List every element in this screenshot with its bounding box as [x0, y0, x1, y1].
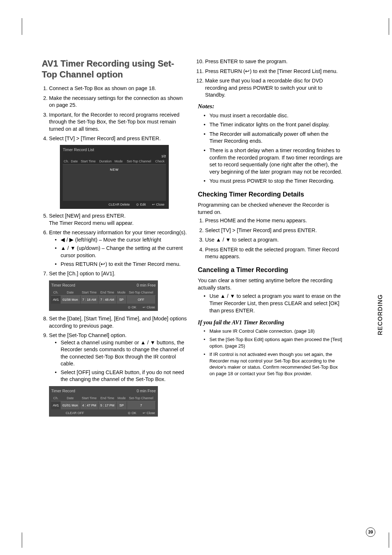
steps-8-9: Set the [Date], [Start Time], [End Time]…	[42, 315, 187, 383]
osd1-col-check: Check	[154, 158, 166, 165]
osd2-r3: 7 : 48 AM	[98, 295, 117, 304]
cancel-list: Use ▲ / ▼ to select a program you want t…	[198, 293, 343, 314]
step5-line1: Select [NEW] and press ENTER.	[49, 213, 126, 219]
osd2-c3: End Time	[98, 289, 117, 296]
osd1-page: 1/2	[63, 154, 166, 158]
osd1-col-dur: Duration	[98, 158, 113, 165]
osd1-col-ch: Ch.	[63, 158, 70, 165]
osd3-title: Timer Record	[51, 388, 75, 394]
step9-b2: Select [OFF] using CLEAR button, if you …	[55, 369, 187, 383]
osd3-r0: AV1	[52, 401, 61, 410]
osd1-title: Timer Record List	[63, 147, 166, 153]
osd2-c4: Mode	[116, 289, 126, 296]
osd1-footer: CLEAR Delete ⊙ Edit ↩ Close	[63, 201, 166, 207]
steps-1-4: Connect a Set-Top Box as shown on page 1…	[42, 85, 187, 142]
checking-intro: Programming can be checked whenever the …	[198, 202, 343, 216]
osd3-c2: Start Time	[80, 395, 98, 401]
osd2-c2: Start Time	[80, 289, 98, 296]
osd3-c0: Ch.	[52, 395, 61, 401]
note-1: You must insert a recordable disc.	[204, 112, 343, 119]
check-4: Press ENTER to edit the selected program…	[205, 246, 343, 260]
osd1-close: ↩ Close	[152, 202, 164, 207]
osd1-col-stc: Set-Top Channel	[124, 158, 154, 165]
osd3-c3: End Time	[98, 395, 117, 401]
osd2-title: Timer Record	[51, 283, 75, 288]
checking-steps: Press HOME and the Home menu appears. Se…	[198, 217, 343, 260]
step-12: Make sure that you load a recordable dis…	[205, 77, 343, 99]
cancel-heading: Canceling a Timer Recording	[198, 266, 343, 274]
step-10: Press ENTER to save the program.	[205, 58, 343, 65]
cancel-intro: You can clear a timer setting anytime be…	[198, 277, 343, 291]
osd1-col-start: Start Time	[79, 158, 98, 165]
osd1-body: NEW	[63, 165, 166, 201]
osd-timer-record-2: Timer Record 0 min Free Ch. Date Start T…	[49, 386, 158, 417]
note-2: The Timer indicator lights on the front …	[204, 121, 343, 129]
notes-list: You must insert a recordable disc. The T…	[198, 112, 343, 185]
step6-b3: Press RETURN (↩) to exit the Timer Recor…	[55, 261, 187, 268]
fail-1: Make sure IR Control Cable connection. (…	[204, 328, 343, 335]
osd3-c1: Date	[60, 395, 80, 401]
step-5: Select [NEW] and press ENTER. The Timer …	[49, 212, 187, 227]
osd2-c1: Date	[60, 289, 80, 296]
osd3-c4: Mode	[117, 395, 127, 401]
note-3: The Recorder will automatically power of…	[204, 131, 343, 145]
step-4: Select [TV] > [Timer Record] and press E…	[49, 135, 187, 142]
fail-3: If IR control is not activated even thou…	[204, 351, 343, 377]
osd2-ok: ⊙ OK	[128, 305, 136, 309]
step-7: Set the [Ch.] option to [AV1].	[49, 270, 187, 278]
section-tab-label: RECORDING	[377, 294, 384, 335]
check-1: Press HOME and the Home menu appears.	[205, 217, 343, 224]
step6-bullets: ◀ / ▶ (left/right) – Move the cursor lef…	[49, 236, 187, 268]
osd-timer-record-1: Timer Record 0 min Free Ch. Date Start T…	[49, 280, 158, 311]
fail-heading: If you fail the AV1 Timer Recording	[198, 319, 343, 327]
step-1: Connect a Set-Top Box as shown on page 1…	[49, 85, 187, 92]
osd3-r3: 5 : 17 PM	[98, 401, 117, 410]
osd3-ok: ⊙ OK	[128, 411, 136, 415]
left-column: AV1 Timer Recording using Set-Top Channe…	[42, 58, 187, 421]
osd3-r2: 4 : 47 PM	[80, 401, 98, 410]
notes-heading: Notes:	[198, 102, 343, 111]
steps-5-7: Select [NEW] and press ENTER. The Timer …	[42, 212, 187, 278]
step6-b2: ▲ / ▼ (up/down) – Change the setting at …	[55, 245, 187, 259]
osd1-col-date: Date	[70, 158, 79, 165]
osd2-free: 0 min Free	[136, 283, 156, 288]
main-heading: AV1 Timer Recording using Set-Top Channe…	[42, 58, 187, 80]
steps-10-12: Press ENTER to save the program. Press R…	[198, 58, 343, 99]
osd2-r2: 7 : 18 AM	[80, 295, 98, 304]
step6-b1: ◀ / ▶ (left/right) – Move the cursor lef…	[55, 236, 187, 244]
page-number: 39	[366, 527, 375, 537]
osd3-c5: Set-Top Channel	[127, 395, 155, 401]
osd3-close: ↩ Close	[143, 411, 155, 415]
osd-timer-record-list: Timer Record List 1/2 Ch. Date Start Tim…	[60, 145, 169, 209]
cancel-bullet: Use ▲ / ▼ to select a program you want t…	[204, 293, 343, 314]
osd1-table: Ch. Date Start Time Duration Mode Set-To…	[63, 158, 166, 165]
osd3-off: CLEAR OFF	[66, 411, 84, 415]
osd2-close: ↩ Close	[143, 305, 155, 309]
osd3-r5: 7	[127, 401, 155, 410]
osd2-r4: SP	[116, 295, 126, 304]
step-3: Important, for the Recorder to record pr…	[49, 112, 187, 133]
step-9: Set the [Set-Top Channel] option. Select…	[49, 332, 187, 383]
step5-line2: The Timer Record menu will appear.	[49, 220, 134, 226]
osd2-c0: Ch.	[52, 289, 61, 296]
note-5: You must press POWER to stop the Timer R…	[204, 178, 343, 185]
step6-text: Enter the necessary information for your…	[49, 230, 187, 235]
step-6: Enter the necessary information for your…	[49, 229, 187, 268]
check-3: Use ▲ / ▼ to select a program.	[205, 236, 343, 244]
note-4: There is a short delay when a timer reco…	[204, 147, 343, 175]
osd2-r1: 01/08 Mon	[60, 295, 80, 304]
osd3-r1: 01/01 Mon	[60, 401, 80, 410]
fail-2: Set the [Set-Top Box Edit] options again…	[204, 336, 343, 349]
step9-text: Set the [Set-Top Channel] option.	[49, 332, 127, 338]
osd1-delete: CLEAR Delete	[109, 202, 130, 207]
check-2: Select [TV] > [Timer Record] and press E…	[205, 227, 343, 234]
fail-list: Make sure IR Control Cable connection. (…	[198, 328, 343, 377]
osd3-r4: SP	[117, 401, 127, 410]
osd2-r0: AV1	[52, 295, 61, 304]
checking-heading: Checking Timer Recording Details	[198, 190, 343, 199]
step-8: Set the [Date], [Start Time], [End Time]…	[49, 315, 187, 329]
step-2: Make the necessary settings for the conn…	[49, 95, 187, 109]
osd1-edit: ⊙ Edit	[136, 202, 146, 207]
osd2-c5: Set-Top Channel	[127, 289, 156, 296]
step9-b1: Select a channel using number or ▲ / ▼ b…	[55, 339, 187, 368]
